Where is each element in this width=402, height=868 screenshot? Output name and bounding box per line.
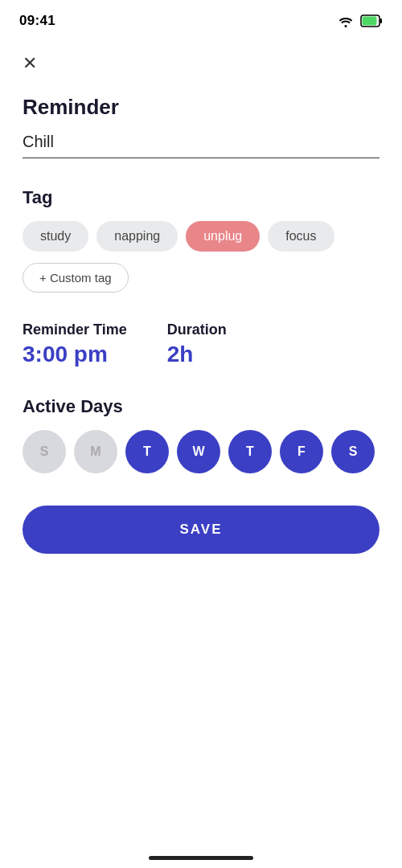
reminder-time-label: Reminder Time [23,321,127,338]
close-button[interactable]: ✕ [19,51,40,76]
day-thursday[interactable]: T [228,430,272,473]
tag-label: Tag [23,187,379,208]
status-icons [338,14,383,27]
reminder-input[interactable] [23,133,379,158]
reminder-title: Reminder [23,95,379,120]
reminder-time-block: Reminder Time 3:00 pm [23,321,127,367]
home-indicator [149,856,253,860]
days-row: S M T W T F S [23,430,379,473]
tag-chips: study napping unplug focus [23,221,379,252]
tag-chip-unplug[interactable]: unplug [186,221,260,252]
wifi-icon [338,15,354,27]
svg-rect-2 [380,18,383,23]
day-saturday[interactable]: S [331,430,375,473]
battery-icon [360,14,383,27]
close-button-area: ✕ [0,39,402,82]
status-time: 09:41 [19,13,55,29]
reminder-time-value[interactable]: 3:00 pm [23,342,127,367]
day-tuesday[interactable]: T [125,430,169,473]
duration-block: Duration 2h [167,321,227,367]
reminder-section: Reminder [23,95,379,158]
day-wednesday[interactable]: W [177,430,220,473]
save-button[interactable]: SAVE [23,506,379,554]
tag-chip-napping[interactable]: napping [96,221,178,252]
day-monday[interactable]: M [74,430,117,473]
day-friday[interactable]: F [280,430,323,473]
tag-section: Tag study napping unplug focus + Custom … [23,187,379,293]
custom-tag-button[interactable]: + Custom tag [23,263,129,293]
tag-chip-focus[interactable]: focus [268,221,334,252]
svg-rect-1 [363,17,377,26]
status-bar: 09:41 [0,0,402,39]
active-days-label: Active Days [23,396,379,417]
duration-label: Duration [167,321,227,338]
main-content: Reminder Tag study napping unplug focus … [0,82,402,554]
tag-chip-study[interactable]: study [23,221,88,252]
duration-value[interactable]: 2h [167,342,227,367]
day-sunday[interactable]: S [23,430,66,473]
active-days-section: Active Days S M T W T F S [23,396,379,473]
time-duration-row: Reminder Time 3:00 pm Duration 2h [23,321,379,367]
